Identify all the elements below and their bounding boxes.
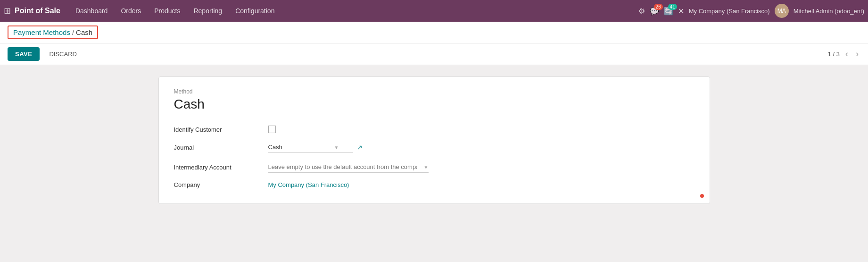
menu-item-products[interactable]: Products	[149, 4, 186, 17]
company-label: Company	[174, 181, 268, 188]
settings-icon[interactable]: ⚙	[638, 7, 645, 16]
identify-customer-field	[268, 126, 457, 133]
menu-item-dashboard[interactable]: Dashboard	[70, 4, 114, 17]
chat-icon[interactable]: 💬 26	[650, 7, 659, 16]
identify-customer-checkbox[interactable]	[268, 126, 276, 133]
pagination-controls: 1 / 3 ‹ ›	[828, 48, 860, 60]
menu-item-configuration[interactable]: Configuration	[230, 4, 280, 17]
topnav-menu: Dashboard Orders Products Reporting Conf…	[70, 4, 637, 17]
pagination-text: 1 / 3	[828, 51, 840, 58]
topnav: ⊞ Point of Sale Dashboard Orders Product…	[0, 0, 868, 22]
journal-select[interactable]: Cash	[268, 142, 353, 153]
activity-badge: 41	[668, 4, 677, 10]
main-content: Method Identify Customer Journal Cash ▼ …	[0, 65, 868, 262]
username: Mitchell Admin (odoo_ent)	[794, 8, 864, 15]
close-icon[interactable]: ✕	[678, 7, 684, 16]
identify-customer-label: Identify Customer	[174, 126, 268, 133]
chat-badge: 26	[654, 4, 663, 10]
breadcrumb-bar: Payment Methods / Cash	[0, 22, 868, 43]
journal-external-link-icon[interactable]: ↗	[357, 144, 363, 151]
journal-select-wrapper: Cash ▼	[268, 142, 353, 153]
user-avatar[interactable]: MA	[775, 4, 789, 18]
menu-item-orders[interactable]: Orders	[115, 4, 147, 17]
grid-icon[interactable]: ⊞	[4, 6, 11, 16]
breadcrumb-current: Cash	[76, 28, 92, 36]
next-record-button[interactable]: ›	[854, 48, 860, 60]
topnav-right: ⚙ 💬 26 🔄 41 ✕ My Company (San Francisco)…	[638, 4, 864, 18]
breadcrumb-separator: /	[72, 28, 74, 36]
company-field: My Company (San Francisco)	[268, 181, 457, 188]
intermediary-account-select-wrapper: ▼	[268, 161, 429, 173]
breadcrumb-parent[interactable]: Payment Methods	[13, 28, 70, 36]
company-link[interactable]: My Company (San Francisco)	[268, 181, 349, 188]
red-dot-indicator	[700, 194, 704, 198]
form-card: Method Identify Customer Journal Cash ▼ …	[158, 76, 710, 204]
prev-record-button[interactable]: ‹	[843, 48, 850, 60]
discard-button[interactable]: DISCARD	[43, 47, 83, 61]
form-fields: Identify Customer Journal Cash ▼ ↗ Inter…	[174, 126, 457, 188]
intermediary-account-label: Intermediary Account	[174, 164, 268, 171]
method-label: Method	[174, 88, 694, 95]
company-selector[interactable]: My Company (San Francisco)	[689, 8, 770, 15]
action-bar: SAVE DISCARD 1 / 3 ‹ ›	[0, 43, 868, 65]
intermediary-account-field: ▼	[268, 161, 457, 173]
activity-icon[interactable]: 🔄 41	[664, 7, 673, 16]
menu-item-reporting[interactable]: Reporting	[188, 4, 228, 17]
method-name-input[interactable]	[174, 97, 334, 114]
journal-field: Cash ▼ ↗	[268, 142, 457, 153]
app-name[interactable]: Point of Sale	[15, 7, 60, 15]
save-button[interactable]: SAVE	[8, 47, 40, 61]
journal-label: Journal	[174, 144, 268, 151]
breadcrumb: Payment Methods / Cash	[8, 25, 98, 39]
intermediary-account-input[interactable]	[268, 161, 429, 173]
